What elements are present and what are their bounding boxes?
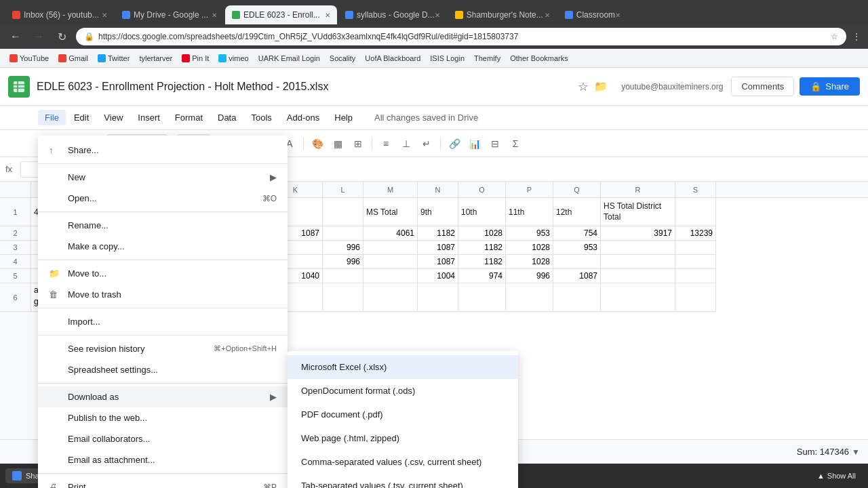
menu-edit[interactable]: Edit — [67, 110, 96, 125]
cell-m2[interactable]: 4061 — [363, 226, 418, 241]
menu-make-copy[interactable]: Make a copy... — [38, 236, 288, 257]
bookmark-pinit[interactable]: Pin It — [178, 53, 213, 64]
bookmark-socality[interactable]: Socality — [326, 53, 360, 64]
menu-new[interactable]: New ▶ — [38, 167, 288, 188]
bookmark-gmail[interactable]: Gmail — [54, 53, 92, 64]
menu-import[interactable]: Import... — [38, 311, 288, 332]
bookmark-star[interactable]: ☆ — [831, 32, 838, 41]
menu-open[interactable]: Open... ⌘O — [38, 188, 288, 209]
cell-l1[interactable] — [323, 198, 363, 226]
col-header-l[interactable]: L — [323, 182, 363, 197]
share-button[interactable]: 🔒 Share — [800, 77, 860, 96]
cell-s1[interactable] — [675, 198, 716, 226]
cell-p6[interactable] — [506, 283, 553, 312]
cell-o1[interactable]: 10th — [458, 198, 506, 226]
cell-s3[interactable] — [675, 241, 716, 255]
menu-print[interactable]: 🖨 Print ⌘P — [38, 476, 288, 488]
cell-q6[interactable] — [553, 283, 601, 312]
cell-o4[interactable]: 1182 — [458, 255, 506, 269]
cell-s6[interactable] — [675, 283, 716, 312]
link-btn[interactable]: 🔗 — [445, 134, 464, 153]
col-header-r[interactable]: R — [601, 182, 675, 197]
cell-n6[interactable] — [418, 283, 458, 312]
cell-q1[interactable]: 12th — [553, 198, 601, 226]
cell-l4[interactable]: 996 — [323, 255, 363, 269]
menu-download-as[interactable]: Download as ▶ — [38, 386, 288, 407]
download-html[interactable]: Web page (.html, zipped) — [288, 426, 518, 450]
cell-p5[interactable]: 996 — [506, 269, 553, 283]
tab-docs[interactable]: syllabus - Google D... ✕ — [338, 5, 447, 24]
cell-r1[interactable]: HS Total District Total — [601, 198, 675, 226]
menu-tools[interactable]: Tools — [244, 110, 278, 125]
cell-m1[interactable]: MS Total — [363, 198, 418, 226]
row-num-2[interactable]: 2 — [0, 226, 31, 241]
cell-n1[interactable]: 9th — [418, 198, 458, 226]
borders-btn[interactable]: ▦ — [328, 134, 347, 153]
bookmark-other[interactable]: Other Bookmarks — [506, 53, 572, 64]
cell-s2[interactable]: 13239 — [675, 226, 716, 241]
star-icon[interactable]: ☆ — [578, 79, 589, 94]
menu-data[interactable]: Data — [211, 110, 243, 125]
forward-button[interactable]: → — [30, 28, 47, 45]
tab-classroom-close[interactable]: ✕ — [615, 12, 620, 19]
cell-r2[interactable]: 3917 — [601, 226, 675, 241]
menu-publish[interactable]: Publish to the web... — [38, 407, 288, 428]
cell-m3[interactable] — [363, 241, 418, 255]
cell-l3[interactable]: 996 — [323, 241, 363, 255]
merge-btn[interactable]: ⊞ — [349, 134, 368, 153]
menu-view[interactable]: View — [97, 110, 130, 125]
cell-q3[interactable]: 953 — [553, 241, 601, 255]
col-header-s[interactable]: S — [675, 182, 716, 197]
chart-btn[interactable]: 📊 — [465, 134, 484, 153]
cell-n5[interactable]: 1004 — [418, 269, 458, 283]
cell-s4[interactable] — [675, 255, 716, 269]
cell-l2[interactable] — [323, 226, 363, 241]
address-bar[interactable]: 🔒 https://docs.google.com/spreadsheets/d… — [76, 28, 846, 45]
cell-o2[interactable]: 1028 — [458, 226, 506, 241]
cell-n2[interactable]: 1182 — [418, 226, 458, 241]
bookmark-themify[interactable]: Themify — [470, 53, 505, 64]
fill-color-btn[interactable]: 🎨 — [308, 134, 327, 153]
cell-l6[interactable] — [323, 283, 363, 312]
bookmark-tylertarver[interactable]: tylertarver — [135, 53, 176, 64]
menu-spreadsheet-settings[interactable]: Spreadsheet settings... — [38, 359, 288, 380]
show-all-btn[interactable]: ▲ Show All — [810, 469, 863, 483]
cell-p4[interactable]: 1028 — [506, 255, 553, 269]
tab-classroom[interactable]: Classroom ✕ — [558, 5, 627, 24]
cell-n3[interactable]: 1087 — [418, 241, 458, 255]
menu-format[interactable]: Format — [168, 110, 210, 125]
align-left-btn[interactable]: ≡ — [376, 134, 395, 153]
bookmark-uark[interactable]: UARK Email Login — [254, 53, 324, 64]
tab-gmail[interactable]: Inbox (56) - youtub... ✕ — [5, 5, 114, 24]
tab-sheets-close[interactable]: ✕ — [325, 12, 330, 19]
menu-email-attachment[interactable]: Email as attachment... — [38, 449, 288, 470]
menu-addons[interactable]: Add-ons — [280, 110, 326, 125]
cell-s5[interactable] — [675, 269, 716, 283]
cell-n4[interactable]: 1087 — [418, 255, 458, 269]
download-csv[interactable]: Comma-separated values (.csv, current sh… — [288, 450, 518, 474]
cell-r4[interactable] — [601, 255, 675, 269]
download-ods[interactable]: OpenDocument format (.ods) — [288, 379, 518, 403]
bookmark-isis[interactable]: ISIS Login — [426, 53, 469, 64]
bookmark-twitter[interactable]: Twitter — [94, 53, 134, 64]
menu-share[interactable]: ↑ Share... — [38, 140, 288, 161]
comments-button[interactable]: Comments — [731, 77, 794, 96]
wrap-btn[interactable]: ↵ — [417, 134, 436, 153]
back-button[interactable]: ← — [7, 28, 24, 45]
cell-l5[interactable] — [323, 269, 363, 283]
col-header-n[interactable]: N — [418, 182, 458, 197]
tab-docs-close[interactable]: ✕ — [435, 12, 440, 19]
cell-q4[interactable] — [553, 255, 601, 269]
col-header-o[interactable]: O — [458, 182, 506, 197]
row-num-6[interactable]: 6 — [0, 283, 31, 312]
cell-p2[interactable]: 953 — [506, 226, 553, 241]
menu-rename[interactable]: Rename... — [38, 215, 288, 236]
cell-m6[interactable] — [363, 283, 418, 312]
tab-notes[interactable]: Shamburger's Note... ✕ — [448, 5, 557, 24]
row-num-4[interactable]: 4 — [0, 255, 31, 269]
align-vert-btn[interactable]: ⊥ — [397, 134, 416, 153]
tab-drive-close[interactable]: ✕ — [212, 12, 217, 19]
cell-q2[interactable]: 754 — [553, 226, 601, 241]
cell-o6[interactable] — [458, 283, 506, 312]
cell-q5[interactable]: 1087 — [553, 269, 601, 283]
